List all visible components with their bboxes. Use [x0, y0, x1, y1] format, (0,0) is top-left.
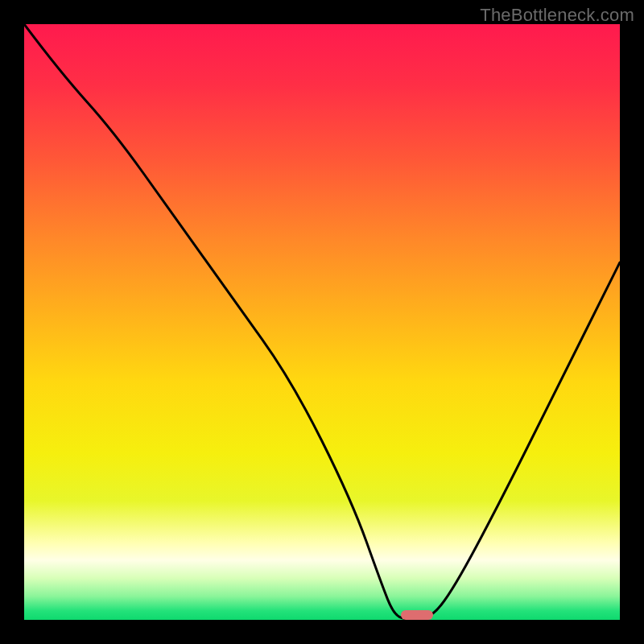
watermark-text: TheBottleneck.com	[480, 5, 634, 26]
chart-frame: TheBottleneck.com	[0, 0, 644, 644]
plot-area	[24, 24, 620, 620]
optimum-marker	[401, 610, 433, 620]
bottleneck-curve	[24, 24, 620, 620]
